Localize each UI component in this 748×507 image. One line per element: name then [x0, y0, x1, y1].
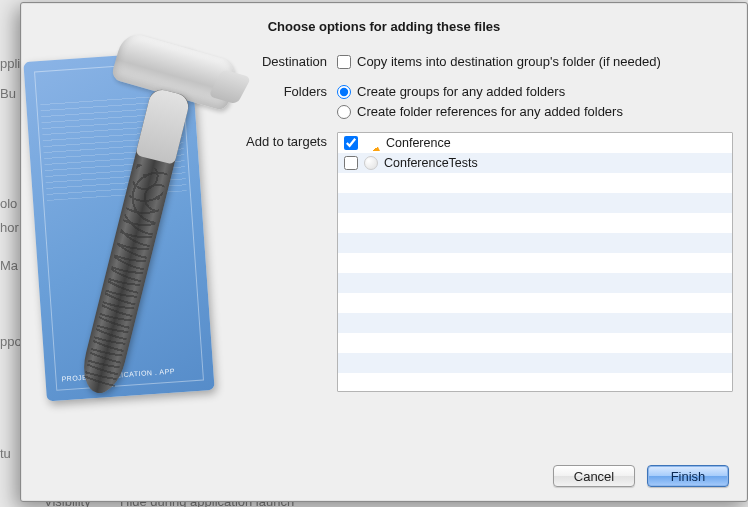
finish-button[interactable]: Finish [647, 465, 729, 487]
xcode-illustration: PROJECT: APPLICATION . APP [35, 56, 203, 396]
copy-items-label: Copy items into destination group's fold… [357, 52, 661, 72]
create-refs-radio[interactable] [337, 105, 351, 119]
create-groups-radio[interactable] [337, 85, 351, 99]
create-groups-label: Create groups for any added folders [357, 82, 565, 102]
app-icon [364, 135, 380, 151]
target-checkbox[interactable] [344, 156, 358, 170]
targets-label: Add to targets [217, 132, 327, 453]
destination-label: Destination [217, 52, 327, 69]
create-refs-label: Create folder references for any added f… [357, 102, 623, 122]
target-row[interactable]: Conference [338, 133, 732, 153]
folders-label: Folders [217, 82, 327, 99]
copy-items-option[interactable]: Copy items into destination group's fold… [337, 52, 733, 72]
target-row[interactable]: ConferenceTests [338, 153, 732, 173]
target-name: ConferenceTests [384, 156, 478, 170]
copy-items-checkbox[interactable] [337, 55, 351, 69]
cancel-button[interactable]: Cancel [553, 465, 635, 487]
targets-list[interactable]: Conference ConferenceTests [337, 132, 733, 392]
target-checkbox[interactable] [344, 136, 358, 150]
target-name: Conference [386, 136, 451, 150]
create-refs-option[interactable]: Create folder references for any added f… [337, 102, 733, 122]
button-bar: Cancel Finish [21, 453, 747, 501]
test-bundle-icon [364, 156, 378, 170]
add-files-sheet: Choose options for adding these files PR… [20, 2, 748, 502]
create-groups-option[interactable]: Create groups for any added folders [337, 82, 733, 102]
